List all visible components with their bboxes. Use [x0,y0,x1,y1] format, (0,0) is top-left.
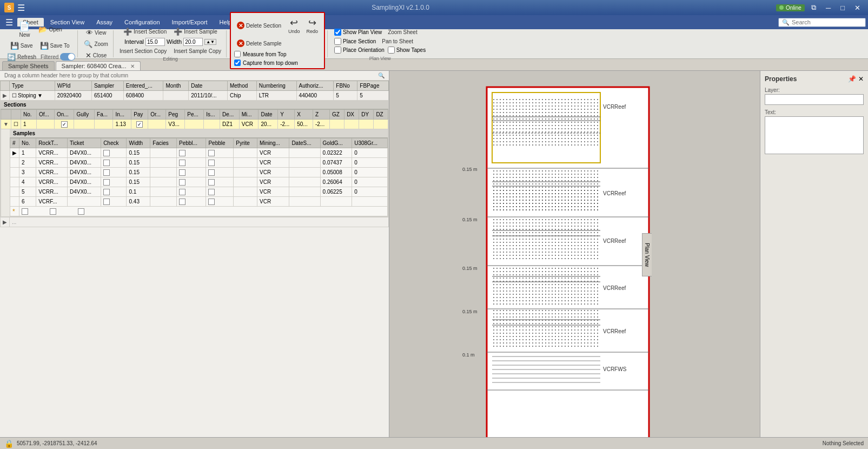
properties-pin-button[interactable]: 📌 [848,75,856,83]
tab-close-icon[interactable]: ✕ [130,63,135,69]
show-tapes-checkbox[interactable] [388,47,395,54]
smp-pebbl-3[interactable] [177,168,206,177]
pebbl-checkbox-3[interactable] [179,169,185,176]
text-prop-textarea[interactable] [765,116,864,154]
close-button[interactable]: ✕ Close [83,50,110,61]
insert-sample-copy-button[interactable]: Insert Sample Copy [171,47,224,55]
refresh-button[interactable]: 🔄 Refresh [4,52,39,62]
width-input[interactable] [183,38,203,46]
smp-col-u308gr[interactable]: U308Gr... [352,138,388,148]
list-item[interactable]: ▶ 1 VCRR... D4VX0... 0.15 [10,148,388,158]
sec-col-is[interactable]: Is... [204,110,220,120]
sec-col-pay[interactable]: Pay [131,110,148,120]
smp-pebble-3[interactable] [206,168,234,177]
smp-pebbl-1[interactable] [177,148,206,158]
sec-col-of[interactable]: Of... [37,110,55,120]
show-plan-view-checkbox[interactable] [334,29,341,36]
new-pebble-check[interactable] [50,208,56,215]
interval-input[interactable] [145,38,165,46]
search-input[interactable] [792,19,862,25]
list-item[interactable]: 6 VCRF... 0.43 [10,197,388,207]
expand-cell-2[interactable]: ▶ [1,217,10,227]
properties-close-button[interactable]: ✕ [858,75,864,83]
view-button[interactable]: 👁 View [83,28,109,38]
filtered-toggle[interactable] [60,53,75,61]
smp-col-pebbl[interactable]: Pebbl... [177,138,206,148]
check-checkbox-5[interactable] [103,189,110,195]
sec-col-gz[interactable]: GZ [330,110,344,120]
sec-col-on[interactable]: On... [55,110,74,120]
smp-pebble-2[interactable] [206,158,234,168]
table-row[interactable]: ▶ ☐ Stoping ▼ 20920400 651400 608400 [1,91,389,101]
smp-col-no[interactable]: No. [19,138,36,148]
tab-sampler[interactable]: Sampler: 608400 Crea... ✕ [56,61,141,70]
smp-col-mining[interactable]: Mining... [257,138,289,148]
pan-to-sheet-button[interactable]: Pan to Sheet [379,37,416,45]
sec-col-gully[interactable]: Gully [74,110,95,120]
check-checkbox-2[interactable] [103,160,110,166]
smp-pebbl-2[interactable] [177,158,206,168]
save-to-button[interactable]: 💾 Save To [37,41,72,51]
sec-col-z[interactable]: Z [313,110,329,120]
expand-icon[interactable]: ▶ [3,93,7,98]
new-pebbl-check[interactable] [22,208,28,215]
smp-arrow-1[interactable]: ▶ [10,148,19,158]
layer-prop-input[interactable] [765,94,864,105]
smp-pebble-1[interactable] [206,148,234,158]
sec-col-no[interactable]: No. [21,110,36,120]
save-button[interactable]: 💾 Save [8,41,36,51]
sec-checkbox[interactable]: ☐ [14,121,18,127]
sec-col-y[interactable]: Y [278,110,295,120]
menu-assay[interactable]: Assay [91,18,118,27]
capture-from-top-checkbox[interactable] [234,60,241,66]
title-bar-menu[interactable]: ☰ [17,3,25,13]
sec-col-in[interactable]: In... [113,110,131,120]
smp-col-goldg[interactable]: GoldG... [320,138,352,148]
pebble-checkbox-5[interactable] [208,189,215,195]
pebble-checkbox-6[interactable] [208,199,215,205]
smp-col-pebble[interactable]: Pebble [206,138,234,148]
pebble-checkbox-2[interactable] [208,160,215,166]
col-fbno[interactable]: FBNo [334,81,357,91]
open-button[interactable]: 📂 Open [36,24,64,35]
list-item[interactable]: 2 VCRR... D4VX0... 0.15 [10,158,388,168]
dropdown-icon[interactable]: ▼ [37,93,43,98]
smp-check-2[interactable] [101,158,127,168]
smp-pebbl-4[interactable] [177,177,206,187]
new-sample-row[interactable]: * [10,207,388,216]
col-sampler[interactable]: Sampler [91,81,123,91]
smp-col-dates[interactable]: DateS... [289,138,320,148]
col-date[interactable]: Date [189,81,228,91]
sec-col-dx[interactable]: DX [344,110,359,120]
col-fbpage[interactable]: FBPage [357,81,389,91]
table-row-2[interactable]: ▶ ... [1,217,389,227]
window-minimize-button[interactable]: ─ [823,3,834,13]
col-month[interactable]: Month [163,81,189,91]
sec-col-mi[interactable]: Mi... [239,110,259,120]
sec-col-peg[interactable]: Peg [166,110,185,120]
smp-check-3[interactable] [101,168,127,177]
plan-view-tab[interactable]: Plan View [642,233,652,276]
smp-check-4[interactable] [101,177,127,187]
col-numbering[interactable]: Numbering [256,81,296,91]
smp-pebbl-5[interactable] [177,187,206,197]
sec-col-or[interactable]: Or... [148,110,166,120]
new-pyrite-check[interactable] [78,208,84,215]
sec-check-cell[interactable]: ☐ [11,120,21,129]
zoom-sheet-button[interactable]: Zoom Sheet [385,28,420,36]
insert-section-button[interactable]: ➕ Insert Section [121,27,169,37]
pebbl-checkbox-2[interactable] [179,160,185,166]
smp-col-width[interactable]: Width [127,138,150,148]
place-section-checkbox[interactable] [334,38,341,45]
grid-checkbox[interactable]: ☐ [12,93,17,98]
sec-expand-cell[interactable]: ▼ [1,120,11,129]
check-checkbox-4[interactable] [103,179,110,186]
sec-col-de[interactable]: De... [220,110,240,120]
sec-expand-icon[interactable]: ▼ [3,121,9,127]
zoom-button[interactable]: 🔍 Zoom [81,39,111,49]
col-entered[interactable]: Entered_... [123,81,163,91]
window-restore-button[interactable]: ⧉ [808,2,819,13]
on-checkbox[interactable]: ✓ [61,121,68,128]
smp-col-ticket[interactable]: Ticket [68,138,101,148]
sec-col-fa[interactable]: Fa... [95,110,113,120]
